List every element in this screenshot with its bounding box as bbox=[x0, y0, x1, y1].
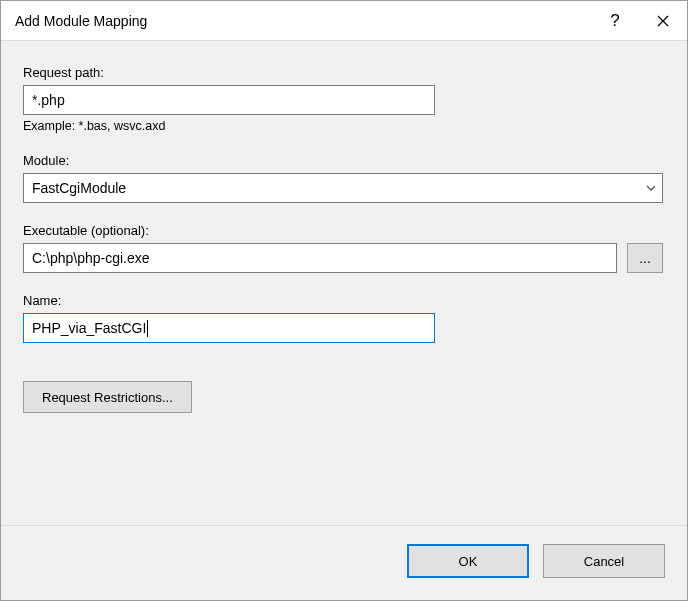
name-input[interactable]: PHP_via_FastCGI bbox=[23, 313, 435, 343]
ok-button[interactable]: OK bbox=[407, 544, 529, 578]
executable-group: Executable (optional): ... bbox=[23, 223, 665, 273]
titlebar: Add Module Mapping ? bbox=[1, 1, 687, 41]
module-select[interactable] bbox=[23, 173, 663, 203]
text-caret bbox=[147, 320, 148, 337]
dialog-title: Add Module Mapping bbox=[15, 13, 591, 29]
browse-button[interactable]: ... bbox=[627, 243, 663, 273]
executable-label: Executable (optional): bbox=[23, 223, 665, 238]
dialog-window: Add Module Mapping ? Request path: Examp… bbox=[0, 0, 688, 601]
module-group: Module: bbox=[23, 153, 665, 203]
executable-input[interactable] bbox=[23, 243, 617, 273]
help-button[interactable]: ? bbox=[591, 1, 639, 41]
dialog-body: Request path: Example: *.bas, wsvc.axd M… bbox=[1, 41, 687, 525]
module-value[interactable] bbox=[23, 173, 663, 203]
request-path-example: Example: *.bas, wsvc.axd bbox=[23, 119, 665, 133]
module-label: Module: bbox=[23, 153, 665, 168]
dialog-footer: OK Cancel bbox=[1, 525, 687, 600]
close-icon bbox=[657, 15, 669, 27]
request-restrictions-button[interactable]: Request Restrictions... bbox=[23, 381, 192, 413]
name-input-value: PHP_via_FastCGI bbox=[32, 320, 146, 336]
cancel-button[interactable]: Cancel bbox=[543, 544, 665, 578]
name-group: Name: PHP_via_FastCGI bbox=[23, 293, 665, 343]
request-path-input[interactable] bbox=[23, 85, 435, 115]
close-button[interactable] bbox=[639, 1, 687, 41]
request-path-label: Request path: bbox=[23, 65, 665, 80]
name-label: Name: bbox=[23, 293, 665, 308]
request-path-group: Request path: Example: *.bas, wsvc.axd bbox=[23, 65, 665, 133]
